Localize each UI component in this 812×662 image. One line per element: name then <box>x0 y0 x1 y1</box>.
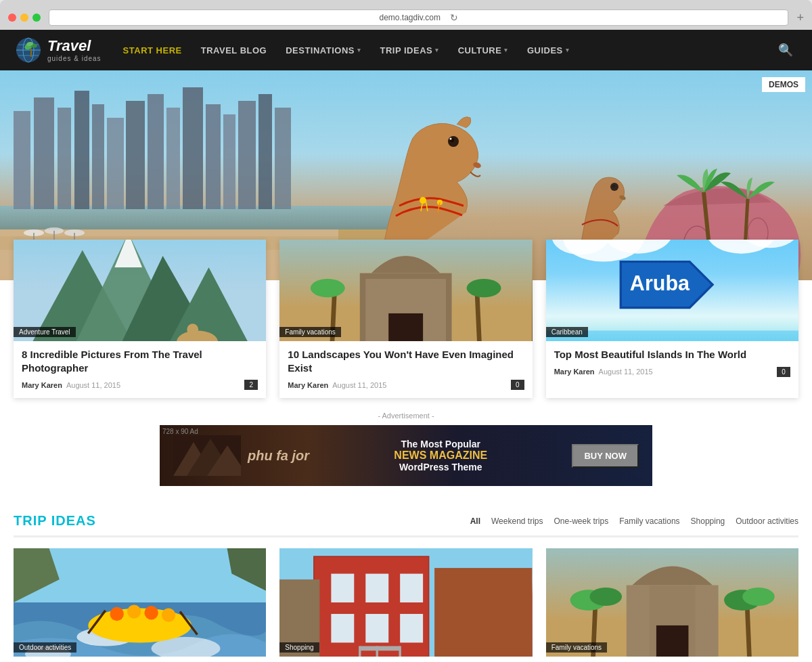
trip-card-1: Outdoor activities The river wild: White… <box>14 548 266 662</box>
trip-title-3[interactable]: 10 Landscapes You Won't Have Even Imagin… <box>546 657 798 662</box>
ad-line1: The Most Popular <box>394 439 487 449</box>
article-title-2[interactable]: 10 Landscapes You Won't Have Even Imagin… <box>288 348 524 374</box>
svg-rect-12 <box>14 111 30 209</box>
svg-point-128 <box>589 588 622 606</box>
svg-rect-13 <box>34 97 54 209</box>
demos-button[interactable]: DEMOS <box>762 77 805 92</box>
advertisement-section: - Advertisement - 728 x 90 Ad phu fa jor… <box>0 398 812 500</box>
svg-point-45 <box>612 185 615 187</box>
svg-rect-111 <box>366 614 389 642</box>
article-title-3[interactable]: Top Most Beautiful Islands In The World <box>554 348 790 361</box>
svg-rect-108 <box>366 574 389 602</box>
filter-outdoor[interactable]: Outdoor activities <box>736 516 798 526</box>
search-icon[interactable]: 🔍 <box>773 37 798 63</box>
filter-all[interactable]: All <box>470 516 480 526</box>
window-controls <box>8 14 41 22</box>
svg-rect-24 <box>238 101 256 209</box>
article-tag-1: Adventure Travel <box>14 327 76 337</box>
ad-center-content: The Most Popular NEWS MAGAZINE WordPress… <box>394 439 487 472</box>
card-meta-2: Mary Karen August 11, 2015 0 <box>288 380 524 390</box>
nav-trip-ideas[interactable]: TRIP IDEAS ▾ <box>372 40 447 61</box>
svg-rect-18 <box>126 101 145 209</box>
svg-rect-15 <box>74 91 89 209</box>
article-title-1[interactable]: 8 Incredible Pictures From The Travel Ph… <box>22 348 258 374</box>
card-body-2: 10 Landscapes You Won't Have Even Imagin… <box>279 341 532 398</box>
trip-card-2: Shopping Romantic Getaway: Long Weekend … <box>279 548 532 662</box>
svg-point-61 <box>187 324 198 335</box>
svg-rect-23 <box>223 114 235 209</box>
filter-shopping[interactable]: Shopping <box>691 516 725 526</box>
svg-rect-14 <box>58 108 71 209</box>
nav-travel-blog[interactable]: TRAVEL BLOG <box>193 40 275 61</box>
article-comments-1: 2 <box>244 380 258 390</box>
article-image-1: Adventure Travel <box>14 240 266 341</box>
minimize-dot[interactable] <box>20 14 28 22</box>
svg-rect-16 <box>92 104 104 209</box>
svg-rect-107 <box>332 574 355 602</box>
new-tab-button[interactable]: + <box>796 11 804 25</box>
ad-line2: WordPress Theme <box>394 462 487 472</box>
svg-text:Aruba: Aruba <box>630 271 690 294</box>
section-header: TRIP IDEAS All Weekend trips One-week tr… <box>14 513 798 537</box>
svg-rect-110 <box>332 614 355 642</box>
section-title: TRIP IDEAS <box>14 513 96 529</box>
svg-rect-112 <box>401 614 424 642</box>
nav-guides[interactable]: GUIDES ▾ <box>519 40 577 61</box>
trip-card-3: Family vacations 10 Landscapes You Won't… <box>546 548 798 662</box>
address-bar[interactable]: demo.tagdiv.com ↻ <box>49 9 788 26</box>
trip-articles-grid: Outdoor activities The river wild: White… <box>14 548 798 662</box>
trip-ideas-chevron: ▾ <box>435 47 439 53</box>
article-author-2: Mary Karen <box>288 381 328 389</box>
site-logo[interactable]: Travel guides & ideas <box>14 35 102 65</box>
article-date-2: August 11, 2015 <box>332 381 386 389</box>
svg-point-98 <box>144 606 158 619</box>
culture-chevron: ▾ <box>504 47 508 53</box>
article-tag-3: Caribbean <box>546 327 588 337</box>
browser-window: demo.tagdiv.com ↻ + <box>0 0 812 662</box>
main-navigation: Travel guides & ideas START HERE TRAVEL … <box>0 30 812 70</box>
svg-rect-22 <box>206 104 221 209</box>
ad-banner[interactable]: 728 x 90 Ad phu fa jor The Most Popular … <box>160 425 652 486</box>
trip-tag-3: Family vacations <box>546 642 607 653</box>
article-card-2: Family vacations 10 Landscapes You Won't… <box>279 240 532 398</box>
svg-rect-119 <box>434 568 532 657</box>
card-meta-left-3: Mary Karen August 11, 2015 <box>554 368 653 376</box>
section-filters: All Weekend trips One-week trips Family … <box>470 516 798 526</box>
url-text: demo.tagdiv.com <box>379 13 441 22</box>
svg-point-37 <box>450 138 452 140</box>
filter-oneweek[interactable]: One-week trips <box>554 516 608 526</box>
maximize-dot[interactable] <box>32 14 41 22</box>
article-author-1: Mary Karen <box>22 381 62 389</box>
card-meta-left-1: Mary Karen August 11, 2015 <box>22 381 120 389</box>
nav-start-here[interactable]: START HERE <box>115 40 190 61</box>
svg-rect-25 <box>258 94 272 209</box>
svg-rect-17 <box>107 118 124 209</box>
ad-left-content: phu fa jor <box>173 435 309 476</box>
trip-title-1[interactable]: The river wild: Whitewater rafting river… <box>14 657 266 662</box>
ad-text-left: phu fa jor <box>248 448 309 464</box>
ad-buy-button[interactable]: BUY NOW <box>572 444 639 468</box>
svg-rect-26 <box>275 108 291 209</box>
card-meta-1: Mary Karen August 11, 2015 2 <box>22 380 258 390</box>
trip-image-3: Family vacations <box>546 548 798 657</box>
article-card-3: Aruba Caribbean Top Most Beautiful Islan… <box>546 240 798 398</box>
filter-weekend[interactable]: Weekend trips <box>491 516 543 526</box>
card-body-1: 8 Incredible Pictures From The Travel Ph… <box>14 341 266 398</box>
svg-point-97 <box>127 604 141 618</box>
nav-destinations[interactable]: DESTINATIONS ▾ <box>277 40 369 61</box>
article-image-2: Family vacations <box>279 240 532 341</box>
svg-rect-114 <box>360 646 400 650</box>
trip-tag-2: Shopping <box>279 642 319 653</box>
featured-articles: Adventure Travel 8 Incredible Pictures F… <box>0 226 812 398</box>
article-author-3: Mary Karen <box>554 368 595 376</box>
refresh-icon[interactable]: ↻ <box>450 12 458 23</box>
close-dot[interactable] <box>8 14 16 22</box>
trip-title-2[interactable]: Romantic Getaway: Long Weekend in Montre… <box>279 657 532 662</box>
nav-culture[interactable]: CULTURE ▾ <box>450 40 516 61</box>
destinations-chevron: ▾ <box>357 47 361 53</box>
svg-point-99 <box>162 608 175 621</box>
filter-family[interactable]: Family vacations <box>619 516 679 526</box>
trip-image-2: Shopping <box>279 548 532 657</box>
article-card-1: Adventure Travel 8 Incredible Pictures F… <box>14 240 266 398</box>
card-meta-left-2: Mary Karen August 11, 2015 <box>288 381 386 389</box>
